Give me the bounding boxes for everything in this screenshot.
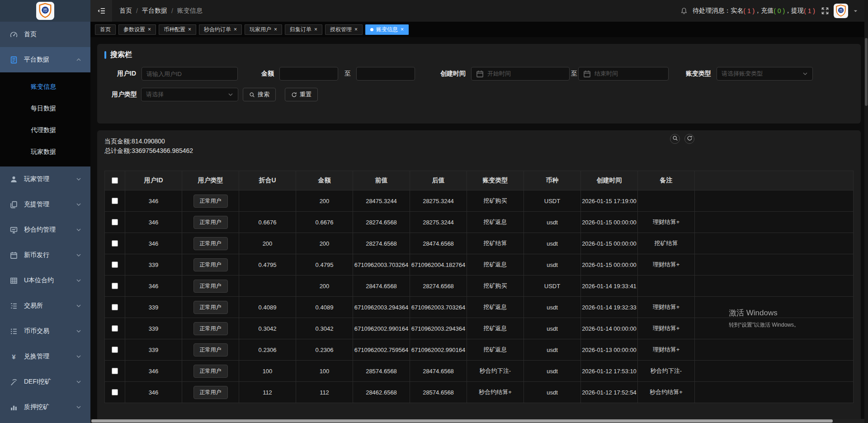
row-checkbox[interactable] xyxy=(112,261,118,268)
table-refresh-button[interactable] xyxy=(684,134,694,144)
sidebar-item-new-coin-issue[interactable]: 新币发行 xyxy=(0,242,90,268)
change-type-label: 账变类型 xyxy=(684,70,711,78)
table-cell: USDT xyxy=(524,276,581,296)
fullscreen-icon[interactable] xyxy=(821,7,829,14)
header-checkbox-cell xyxy=(105,171,125,190)
user-caret-down-icon[interactable] xyxy=(853,9,858,14)
search-icon xyxy=(672,135,678,143)
tab-玩家用户[interactable]: 玩家用户× xyxy=(245,24,282,35)
sidebar-item-defi-mining[interactable]: DEFI挖矿 xyxy=(0,369,90,394)
change-type-select[interactable]: 请选择账变类型 xyxy=(717,67,813,81)
select-all-checkbox[interactable] xyxy=(112,177,118,184)
tab-秒合约订单[interactable]: 秒合约订单× xyxy=(199,24,242,35)
table-cell: 100 xyxy=(296,361,353,381)
tab-授权管理[interactable]: 授权管理× xyxy=(325,24,363,35)
user-type-select[interactable]: 请选择 xyxy=(141,88,238,101)
search-button[interactable]: 搜索 xyxy=(243,88,276,101)
user-type-badge: 正常用户 xyxy=(193,258,228,271)
user-id-input[interactable] xyxy=(142,67,238,81)
table-cell: 2026-01-13 00:00:00 xyxy=(581,339,638,360)
row-checkbox[interactable] xyxy=(112,304,118,310)
table-cell: 339 xyxy=(125,254,182,275)
breadcrumb-separator: / xyxy=(171,7,173,14)
yen-icon: ¥ xyxy=(10,353,18,361)
user-type-badge: 正常用户 xyxy=(193,195,228,208)
table-row: 346正常用户10010028574.656828474.6568秒合约下注-u… xyxy=(105,361,853,382)
row-checkbox[interactable] xyxy=(112,219,118,225)
navbar-right: 待处理消息：实名( 1 )，充值( 0 )，提现( 1 ) 币 xyxy=(680,4,858,18)
table-row: 346正常用户11211228462.656828574.6568秒合约结算+u… xyxy=(105,382,853,403)
amount-max-input[interactable] xyxy=(356,67,415,81)
sidebar-item-swap-manage[interactable]: ¥兑换管理 xyxy=(0,344,90,369)
breadcrumb-item[interactable]: 首页 xyxy=(119,7,132,15)
table-cell: 112 xyxy=(296,382,353,403)
tab-close-icon[interactable]: × xyxy=(188,27,191,32)
row-checkbox[interactable] xyxy=(112,368,118,374)
start-time-placeholder: 开始时间 xyxy=(487,70,565,78)
tab-close-icon[interactable]: × xyxy=(274,27,277,32)
tab-close-icon[interactable]: × xyxy=(354,27,358,32)
table-cell: 秒合约下注- xyxy=(467,361,524,381)
vertical-scrollbar xyxy=(864,0,868,423)
account-change-table: 用户ID用户类型折合U金额前值后值账变类型币种创建时间备注346正常用户2002… xyxy=(104,171,854,403)
row-checkbox[interactable] xyxy=(112,325,118,332)
row-checkbox[interactable] xyxy=(112,389,118,395)
table-cell: 秒合约结算+ xyxy=(467,382,524,403)
end-time-picker[interactable]: 结束时间 xyxy=(578,67,669,81)
tab-close-icon[interactable]: × xyxy=(148,27,151,32)
breadcrumb-item[interactable]: 平台数据 xyxy=(142,7,167,15)
user-icon xyxy=(10,176,18,183)
tab-close-icon[interactable]: × xyxy=(234,27,237,32)
row-checkbox[interactable] xyxy=(112,240,118,247)
table-cell: 2026-01-15 00:00:00 xyxy=(581,254,638,275)
table-cell: 346 xyxy=(125,233,182,254)
amount-min-input[interactable] xyxy=(279,67,338,81)
user-type-badge: 正常用户 xyxy=(193,386,228,399)
table-cell: 6710962004.182764 xyxy=(410,254,467,275)
sidebar-item-label: 新币发行 xyxy=(24,251,49,259)
tab-归集订单[interactable]: 归集订单× xyxy=(285,24,322,35)
table-cell: 28475.3244 xyxy=(353,190,410,211)
sidebar-item-exchange[interactable]: 交易所 xyxy=(0,293,90,318)
vertical-scrollbar-thumb[interactable] xyxy=(865,38,868,106)
horizontal-scrollbar-thumb[interactable] xyxy=(91,419,833,423)
sidebar-item-stake-mining[interactable]: 质押挖矿 xyxy=(0,394,90,420)
row-checkbox[interactable] xyxy=(112,283,118,289)
start-time-picker[interactable]: 开始时间 xyxy=(471,67,570,81)
row-checkbox-cell xyxy=(105,318,125,339)
sidebar-item-coin-trade[interactable]: 币币交易 xyxy=(0,318,90,344)
sidebar-subitem-player-data[interactable]: 玩家数据 xyxy=(0,141,90,163)
table-cell: 正常用户 xyxy=(182,254,239,275)
table-cell: 0.2306 xyxy=(239,339,296,360)
sidebar-item-u-margin-contract[interactable]: U本位合约 xyxy=(0,268,90,293)
sidebar-subitem-label: 账变信息 xyxy=(31,83,56,91)
sidebar-submenu: 账变信息每日数据代理数据玩家数据 xyxy=(0,72,90,166)
bell-icon[interactable] xyxy=(680,7,688,14)
sidebar-subitem-agent-data[interactable]: 代理数据 xyxy=(0,119,90,141)
table-cell: 2026-01-12 17:53:10 xyxy=(581,361,638,381)
sidebar-collapse-icon[interactable] xyxy=(90,0,112,22)
tab-close-icon[interactable]: × xyxy=(401,27,404,32)
sidebar-subitem-account-change[interactable]: 账变信息 xyxy=(0,76,90,98)
tab-label: 首页 xyxy=(100,26,111,33)
table-search-toggle-button[interactable] xyxy=(670,134,680,144)
sidebar-item-player-manage[interactable]: 玩家管理 xyxy=(0,166,90,192)
row-checkbox[interactable] xyxy=(112,198,118,204)
sidebar-item-second-contract-manage[interactable]: 秒合约管理 xyxy=(0,217,90,242)
table-cell: 正常用户 xyxy=(182,212,239,233)
tab-参数设置[interactable]: 参数设置× xyxy=(118,24,156,35)
sidebar-item-platform-data[interactable]: 平台数据 xyxy=(0,47,90,72)
tab-币种配置[interactable]: 币种配置× xyxy=(159,24,196,35)
reset-button[interactable]: 重置 xyxy=(285,88,318,101)
avatar[interactable]: 币 xyxy=(834,4,848,18)
tab-首页[interactable]: 首页 xyxy=(95,24,116,35)
row-checkbox[interactable] xyxy=(112,347,118,353)
user-type-badge: 正常用户 xyxy=(193,301,228,314)
header-filler xyxy=(695,171,853,190)
sidebar-item-home[interactable]: 首页 xyxy=(0,22,90,47)
amount-summary: 当页金额:814.090800 总计金额:33697564366.985462 xyxy=(104,137,854,156)
sidebar-item-deposit-withdraw-manage[interactable]: 充提管理 xyxy=(0,192,90,217)
sidebar-subitem-daily-data[interactable]: 每日数据 xyxy=(0,98,90,119)
tab-close-icon[interactable]: × xyxy=(314,27,317,32)
tab-账变信息[interactable]: 账变信息× xyxy=(365,24,409,35)
